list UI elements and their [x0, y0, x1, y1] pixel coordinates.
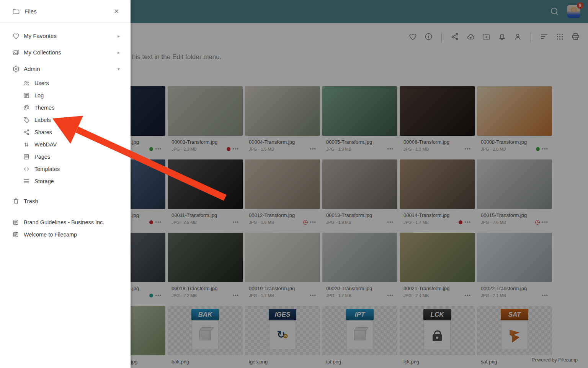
gear-icon: [12, 65, 20, 73]
sidebar-item-label: Trash: [24, 198, 120, 204]
drawer-title: Files: [24, 8, 111, 15]
doc-label: Welcome to Filecamp: [24, 232, 77, 238]
files-drawer: Files ✕ My Favorites▸My Collections▸Admi…: [0, 0, 131, 368]
chevron-right-icon[interactable]: ▸: [118, 50, 120, 55]
pages-icon: [23, 153, 30, 160]
sidebar-item-label: Templates: [34, 166, 60, 172]
sidebar-item-log[interactable]: Log: [0, 89, 131, 102]
drawer-menu: My Favorites▸My Collections▸Admin▾UsersL…: [0, 23, 131, 241]
log-icon: [23, 92, 30, 99]
sidebar-item-label: My Collections: [24, 49, 118, 56]
sidebar-item-users[interactable]: Users: [0, 77, 131, 89]
sidebar-item-shares[interactable]: Shares: [0, 126, 131, 138]
folder-icon: [12, 8, 20, 15]
themes-icon: [23, 104, 30, 111]
doc-icon: [12, 231, 19, 238]
sidebar-item-label: Pages: [34, 154, 50, 160]
sidebar-item-labels[interactable]: Labels: [0, 114, 131, 126]
close-icon[interactable]: ✕: [111, 6, 122, 16]
doc-label: Brand Guidelines - Business Inc.: [24, 219, 104, 225]
storage-icon: [23, 178, 30, 185]
chevron-down-icon[interactable]: ▾: [118, 66, 120, 72]
sidebar-item-label: Labels: [34, 117, 51, 123]
shares-icon: [23, 129, 30, 136]
sidebar-item-webdav[interactable]: WebDAV: [0, 138, 131, 151]
sidebar-item-admin[interactable]: Admin▾: [0, 61, 131, 77]
sidebar-doc-item[interactable]: Brand Guidelines - Business Inc.: [0, 216, 131, 228]
sidebar-item-label: Users: [34, 80, 49, 86]
collections-icon: [12, 49, 20, 56]
labels-icon: [23, 117, 30, 123]
sidebar-item-label: My Favorites: [24, 33, 118, 39]
sidebar-item-label: Log: [34, 92, 44, 99]
sidebar-item-label: Shares: [34, 129, 52, 135]
sidebar-item-my-favorites[interactable]: My Favorites▸: [0, 28, 131, 44]
sidebar-item-label: WebDAV: [34, 141, 57, 148]
app: 8 his text in the Edit folder menu. .jpg…: [0, 0, 588, 368]
sidebar-item-themes[interactable]: Themes: [0, 102, 131, 114]
sidebar-item-pages[interactable]: Pages: [0, 151, 131, 163]
chevron-right-icon[interactable]: ▸: [118, 33, 120, 39]
sidebar-item-templates[interactable]: Templates: [0, 163, 131, 175]
sidebar-item-trash[interactable]: Trash: [0, 193, 131, 209]
heart-icon: [12, 32, 20, 40]
sidebar-item-label: Themes: [34, 105, 54, 111]
drawer-header: Files ✕: [0, 0, 131, 23]
sidebar-item-my-collections[interactable]: My Collections▸: [0, 44, 131, 61]
users-icon: [23, 80, 30, 87]
sidebar-item-storage[interactable]: Storage: [0, 175, 131, 187]
webdav-icon: [23, 141, 30, 148]
sidebar-item-label: Admin: [24, 66, 118, 72]
sidebar-item-label: Storage: [34, 178, 54, 184]
doc-icon: [12, 219, 19, 226]
trash-icon: [12, 197, 20, 205]
sidebar-doc-item[interactable]: Welcome to Filecamp: [0, 228, 131, 241]
templates-icon: [23, 166, 30, 172]
